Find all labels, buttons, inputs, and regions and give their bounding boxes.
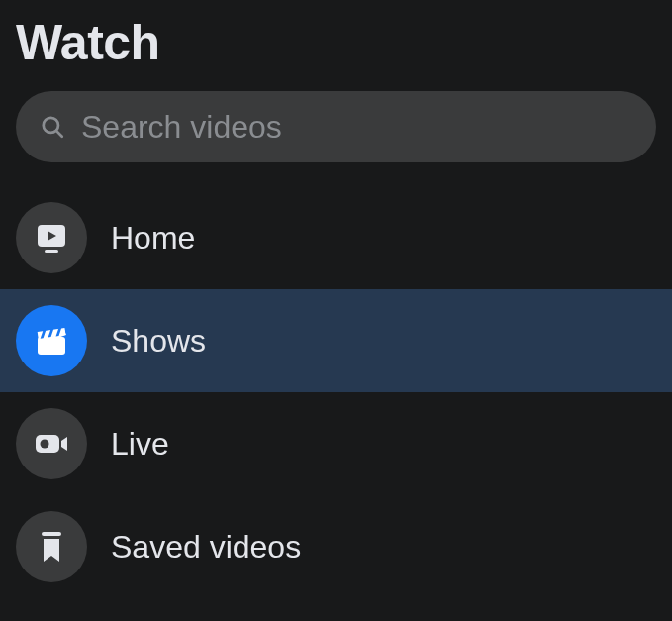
svg-rect-11 <box>42 532 61 536</box>
page-title: Watch <box>0 14 672 71</box>
home-video-icon <box>32 218 71 258</box>
svg-point-10 <box>41 440 49 449</box>
nav-item-label: Saved videos <box>111 529 301 566</box>
svg-rect-5 <box>38 337 65 355</box>
search-box[interactable] <box>16 91 656 162</box>
nav-item-home[interactable]: Home <box>0 186 672 289</box>
search-icon <box>40 114 65 140</box>
nav-item-label: Home <box>111 220 195 257</box>
nav-item-shows[interactable]: Shows <box>0 289 672 392</box>
nav-icon-circle <box>16 511 87 582</box>
nav-icon-circle <box>16 202 87 273</box>
live-camera-icon <box>32 424 71 464</box>
nav-item-live[interactable]: Live <box>0 392 672 495</box>
search-input[interactable] <box>81 109 632 146</box>
nav-item-saved-videos[interactable]: Saved videos <box>0 495 672 598</box>
clapperboard-icon <box>32 321 71 361</box>
svg-rect-4 <box>45 250 58 253</box>
nav-item-label: Shows <box>111 323 206 360</box>
nav-icon-circle <box>16 408 87 479</box>
bookmark-icon <box>32 527 71 567</box>
nav-item-label: Live <box>111 426 169 463</box>
svg-line-1 <box>56 131 62 137</box>
nav-list: Home Shows <box>0 186 672 598</box>
search-wrapper <box>0 91 672 162</box>
nav-icon-circle <box>16 305 87 376</box>
